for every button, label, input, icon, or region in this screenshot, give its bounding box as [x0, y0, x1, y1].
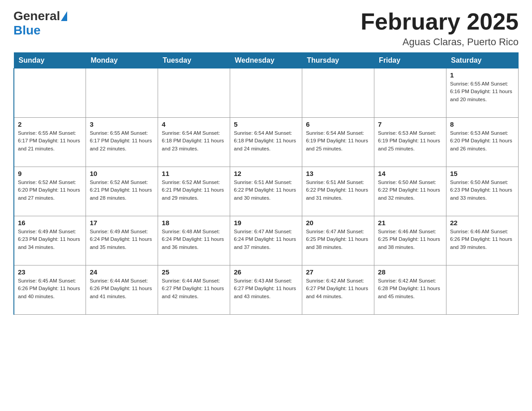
day-number: 1: [450, 71, 515, 79]
day-number: 16: [18, 219, 82, 227]
day-number: 5: [234, 120, 298, 128]
day-info: Sunrise: 6:55 AM Sunset: 6:17 PM Dayligh…: [18, 129, 82, 153]
day-info: Sunrise: 6:44 AM Sunset: 6:27 PM Dayligh…: [162, 277, 226, 300]
day-number: 19: [234, 219, 298, 227]
calendar-cell: 10Sunrise: 6:52 AM Sunset: 6:21 PM Dayli…: [86, 167, 158, 216]
calendar-cell: 17Sunrise: 6:49 AM Sunset: 6:24 PM Dayli…: [86, 216, 158, 265]
day-info: Sunrise: 6:49 AM Sunset: 6:23 PM Dayligh…: [18, 228, 82, 251]
calendar-cell: 4Sunrise: 6:54 AM Sunset: 6:18 PM Daylig…: [158, 118, 230, 167]
logo: General Blue: [13, 9, 68, 38]
day-info: Sunrise: 6:52 AM Sunset: 6:21 PM Dayligh…: [90, 179, 154, 202]
calendar-cell: 18Sunrise: 6:48 AM Sunset: 6:24 PM Dayli…: [158, 216, 230, 265]
calendar-cell: 27Sunrise: 6:42 AM Sunset: 6:27 PM Dayli…: [302, 265, 374, 315]
calendar-cell: 5Sunrise: 6:54 AM Sunset: 6:18 PM Daylig…: [230, 118, 302, 167]
day-info: Sunrise: 6:48 AM Sunset: 6:24 PM Dayligh…: [162, 228, 226, 251]
weekday-header-tuesday: Tuesday: [158, 53, 230, 68]
week-row-0: 1Sunrise: 6:55 AM Sunset: 6:16 PM Daylig…: [14, 68, 519, 118]
day-number: 6: [306, 120, 370, 128]
day-number: 24: [90, 268, 154, 276]
day-number: 3: [90, 120, 154, 128]
weekday-header-wednesday: Wednesday: [230, 53, 302, 68]
location-text: Aguas Claras, Puerto Rico: [360, 36, 519, 48]
calendar-cell: 9Sunrise: 6:52 AM Sunset: 6:20 PM Daylig…: [14, 167, 86, 216]
day-info: Sunrise: 6:52 AM Sunset: 6:20 PM Dayligh…: [18, 179, 82, 202]
calendar-cell: 15Sunrise: 6:50 AM Sunset: 6:23 PM Dayli…: [446, 167, 519, 216]
calendar-table: SundayMondayTuesdayWednesdayThursdayFrid…: [13, 52, 519, 315]
calendar-cell: 23Sunrise: 6:45 AM Sunset: 6:26 PM Dayli…: [14, 265, 86, 315]
calendar-cell: 22Sunrise: 6:46 AM Sunset: 6:26 PM Dayli…: [446, 216, 519, 265]
day-number: 7: [378, 120, 442, 128]
calendar-cell: [14, 68, 86, 118]
week-row-3: 16Sunrise: 6:49 AM Sunset: 6:23 PM Dayli…: [14, 216, 519, 265]
week-row-1: 2Sunrise: 6:55 AM Sunset: 6:17 PM Daylig…: [14, 118, 519, 167]
day-number: 27: [306, 268, 370, 276]
day-number: 17: [90, 219, 154, 227]
day-info: Sunrise: 6:49 AM Sunset: 6:24 PM Dayligh…: [90, 228, 154, 251]
calendar-cell: 14Sunrise: 6:50 AM Sunset: 6:22 PM Dayli…: [374, 167, 446, 216]
day-info: Sunrise: 6:55 AM Sunset: 6:17 PM Dayligh…: [90, 129, 154, 153]
calendar-cell: 6Sunrise: 6:54 AM Sunset: 6:19 PM Daylig…: [302, 118, 374, 167]
day-number: 8: [450, 120, 515, 128]
calendar-cell: 25Sunrise: 6:44 AM Sunset: 6:27 PM Dayli…: [158, 265, 230, 315]
calendar-cell: 12Sunrise: 6:51 AM Sunset: 6:22 PM Dayli…: [230, 167, 302, 216]
week-row-4: 23Sunrise: 6:45 AM Sunset: 6:26 PM Dayli…: [14, 265, 519, 315]
calendar-cell: 2Sunrise: 6:55 AM Sunset: 6:17 PM Daylig…: [14, 118, 86, 167]
day-number: 4: [162, 120, 226, 128]
calendar-cell: [158, 68, 230, 118]
day-info: Sunrise: 6:47 AM Sunset: 6:25 PM Dayligh…: [306, 228, 370, 251]
day-number: 2: [18, 120, 82, 128]
day-info: Sunrise: 6:42 AM Sunset: 6:28 PM Dayligh…: [378, 277, 442, 300]
day-info: Sunrise: 6:51 AM Sunset: 6:22 PM Dayligh…: [234, 179, 298, 202]
day-number: 21: [378, 219, 442, 227]
day-number: 13: [306, 170, 370, 177]
day-number: 25: [162, 268, 226, 276]
day-info: Sunrise: 6:47 AM Sunset: 6:24 PM Dayligh…: [234, 228, 298, 251]
day-number: 28: [378, 268, 442, 276]
calendar-cell: 26Sunrise: 6:43 AM Sunset: 6:27 PM Dayli…: [230, 265, 302, 315]
calendar-cell: [86, 68, 158, 118]
day-number: 12: [234, 170, 298, 177]
calendar-header: SundayMondayTuesdayWednesdayThursdayFrid…: [14, 53, 519, 68]
day-info: Sunrise: 6:43 AM Sunset: 6:27 PM Dayligh…: [234, 277, 298, 300]
day-info: Sunrise: 6:50 AM Sunset: 6:23 PM Dayligh…: [450, 179, 515, 202]
day-number: 20: [306, 219, 370, 227]
page-header: General Blue February 2025 Aguas Claras,…: [13, 9, 519, 48]
day-info: Sunrise: 6:54 AM Sunset: 6:18 PM Dayligh…: [162, 129, 226, 153]
calendar-cell: [230, 68, 302, 118]
day-number: 18: [162, 219, 226, 227]
day-info: Sunrise: 6:51 AM Sunset: 6:22 PM Dayligh…: [306, 179, 370, 202]
day-number: 10: [90, 170, 154, 177]
calendar-cell: 20Sunrise: 6:47 AM Sunset: 6:25 PM Dayli…: [302, 216, 374, 265]
day-info: Sunrise: 6:46 AM Sunset: 6:25 PM Dayligh…: [378, 228, 442, 251]
day-number: 23: [18, 268, 82, 276]
calendar-cell: [374, 68, 446, 118]
day-info: Sunrise: 6:55 AM Sunset: 6:16 PM Dayligh…: [450, 80, 515, 103]
calendar-cell: 8Sunrise: 6:53 AM Sunset: 6:20 PM Daylig…: [446, 118, 519, 167]
day-info: Sunrise: 6:44 AM Sunset: 6:26 PM Dayligh…: [90, 277, 154, 300]
calendar-cell: 21Sunrise: 6:46 AM Sunset: 6:25 PM Dayli…: [374, 216, 446, 265]
day-number: 14: [378, 170, 442, 177]
day-info: Sunrise: 6:54 AM Sunset: 6:19 PM Dayligh…: [306, 129, 370, 153]
calendar-cell: 11Sunrise: 6:52 AM Sunset: 6:21 PM Dayli…: [158, 167, 230, 216]
week-row-2: 9Sunrise: 6:52 AM Sunset: 6:20 PM Daylig…: [14, 167, 519, 216]
day-number: 11: [162, 170, 226, 177]
calendar-cell: 13Sunrise: 6:51 AM Sunset: 6:22 PM Dayli…: [302, 167, 374, 216]
logo-triangle-icon: [61, 11, 67, 21]
calendar-cell: 16Sunrise: 6:49 AM Sunset: 6:23 PM Dayli…: [14, 216, 86, 265]
day-number: 26: [234, 268, 298, 276]
day-info: Sunrise: 6:42 AM Sunset: 6:27 PM Dayligh…: [306, 277, 370, 300]
month-title: February 2025: [360, 9, 519, 34]
weekday-header-thursday: Thursday: [302, 53, 374, 68]
calendar-cell: 28Sunrise: 6:42 AM Sunset: 6:28 PM Dayli…: [374, 265, 446, 315]
weekday-row: SundayMondayTuesdayWednesdayThursdayFrid…: [14, 53, 519, 68]
day-info: Sunrise: 6:54 AM Sunset: 6:18 PM Dayligh…: [234, 129, 298, 153]
logo-blue-text: Blue: [13, 23, 41, 38]
weekday-header-monday: Monday: [86, 53, 158, 68]
day-number: 22: [450, 219, 515, 227]
calendar-cell: [302, 68, 374, 118]
weekday-header-saturday: Saturday: [446, 53, 519, 68]
calendar-cell: 1Sunrise: 6:55 AM Sunset: 6:16 PM Daylig…: [446, 68, 519, 118]
day-info: Sunrise: 6:46 AM Sunset: 6:26 PM Dayligh…: [450, 228, 515, 251]
calendar-body: 1Sunrise: 6:55 AM Sunset: 6:16 PM Daylig…: [14, 68, 519, 315]
calendar-cell: 19Sunrise: 6:47 AM Sunset: 6:24 PM Dayli…: [230, 216, 302, 265]
